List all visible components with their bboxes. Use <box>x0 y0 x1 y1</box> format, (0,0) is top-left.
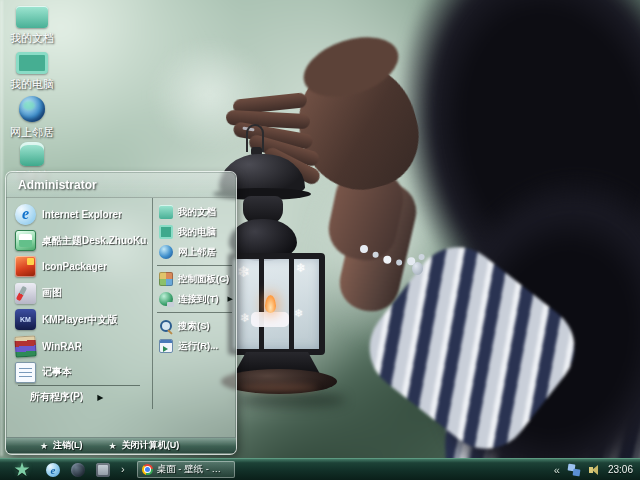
taskbar: ★ e › 桌面 - 壁纸 - 桌酷... « 23:06 <box>0 458 640 480</box>
quick-launch-overflow-chevron[interactable]: › <box>121 464 125 475</box>
menu-item-run[interactable]: 运行(R)... <box>153 336 236 356</box>
tray-collapse-chevron[interactable]: « <box>554 464 560 476</box>
desktop-icon-label: 网上邻居 <box>10 125 54 140</box>
candle-flame <box>265 295 276 313</box>
submenu-arrow-icon: ▶ <box>97 393 103 402</box>
menu-item-iconpackager[interactable]: IconPackager <box>6 254 152 280</box>
bracelet-charm <box>412 262 423 275</box>
snowflake-icon: ❄ <box>240 311 250 325</box>
quick-launch-globe-icon[interactable] <box>71 463 85 477</box>
browser-icon <box>142 464 153 475</box>
start-menu: Administrator e Internet Explorer 桌酷主题De… <box>6 172 236 454</box>
menu-item-search[interactable]: 搜索(S) <box>153 316 236 336</box>
winrar-icon <box>14 335 36 357</box>
star-bullet-icon: ★ <box>40 441 48 451</box>
network-places-icon <box>19 96 45 122</box>
user-name: Administrator <box>18 178 97 192</box>
lantern-cage-bar <box>289 259 294 349</box>
start-menu-footer: ★ 注销(L) ★ 关闭计算机(U) <box>6 437 236 453</box>
lantern-cage-bar <box>259 259 264 349</box>
my-documents-icon <box>16 6 48 28</box>
quick-launch-bar: e › <box>44 463 131 477</box>
all-programs-button[interactable]: 所有程序(P) ▶ <box>6 386 152 409</box>
desktop-icon-label: 我的文档 <box>10 31 54 46</box>
taskbar-clock[interactable]: 23:06 <box>608 464 633 475</box>
zhuoku-theme-icon <box>15 230 36 251</box>
menu-item-network-places[interactable]: 网上邻居 <box>153 242 236 262</box>
submenu-arrow-icon: ▶ <box>228 295 233 303</box>
desktop-icon-network-places[interactable]: 网上邻居 <box>4 96 60 140</box>
shutdown-button[interactable]: ★ 关闭计算机(U) <box>109 439 180 452</box>
start-menu-left-column: e Internet Explorer 桌酷主题Desk.ZhuoKu.Com … <box>6 198 152 409</box>
lantern-base-glow <box>238 384 318 392</box>
kmplayer-icon: KM <box>15 309 36 330</box>
start-menu-header: Administrator <box>6 172 236 198</box>
connect-to-icon <box>159 292 173 306</box>
my-computer-icon <box>16 52 48 74</box>
menu-separator <box>157 312 232 313</box>
taskbar-window-button[interactable]: 桌面 - 壁纸 - 桌酷... <box>137 461 235 478</box>
desktop-screen: ❄ ❄ ❄ ❄ 我的文档 我的电脑 网上邻居 回收站 Administrator <box>0 0 640 480</box>
menu-item-zhuoku-theme[interactable]: 桌酷主题Desk.ZhuoKu.Com <box>6 227 152 253</box>
start-menu-right-column: 我的文档 我的电脑 网上邻居 控制面板(C) 连接到(T) <box>152 198 236 409</box>
lantern-candle <box>251 312 289 327</box>
star-bullet-icon: ★ <box>109 441 117 451</box>
menu-item-kmplayer[interactable]: KM KMPlayer中文版 <box>6 307 152 333</box>
menu-item-connect-to[interactable]: 连接到(T) ▶ <box>153 289 236 309</box>
snowflake-icon: ❄ <box>237 263 250 281</box>
start-button[interactable]: ★ <box>0 459 44 480</box>
iconpackager-icon <box>15 256 36 277</box>
search-icon <box>159 319 173 333</box>
desktop-icon-label: 我的电脑 <box>10 77 54 92</box>
tray-volume-icon[interactable] <box>588 464 600 476</box>
quick-launch-internet-explorer-icon[interactable]: e <box>46 463 60 477</box>
internet-explorer-icon: e <box>15 204 36 225</box>
network-places-icon <box>159 245 173 259</box>
menu-item-my-documents[interactable]: 我的文档 <box>153 202 236 222</box>
menu-separator <box>18 385 140 386</box>
menu-item-my-computer[interactable]: 我的电脑 <box>153 222 236 242</box>
lantern-shadow <box>236 392 346 408</box>
desktop-icon-my-computer[interactable]: 我的电脑 <box>4 52 60 92</box>
snowflake-icon: ❄ <box>296 261 306 275</box>
control-panel-icon <box>159 272 173 286</box>
start-menu-body: e Internet Explorer 桌酷主题Desk.ZhuoKu.Com … <box>6 198 236 409</box>
system-tray: « 23:06 <box>554 464 640 476</box>
wallpaper-edge-light <box>0 0 3 456</box>
menu-item-paint[interactable]: 画图 <box>6 280 152 306</box>
menu-item-notepad[interactable]: 记事本 <box>6 359 152 385</box>
tray-network-icon[interactable] <box>568 464 580 476</box>
desktop-icon-my-documents[interactable]: 我的文档 <box>4 4 60 46</box>
menu-item-control-panel[interactable]: 控制面板(C) <box>153 269 236 289</box>
paint-icon <box>15 283 36 304</box>
snowflake-icon: ❄ <box>294 307 303 320</box>
notepad-icon <box>15 362 36 383</box>
menu-item-winrar[interactable]: WinRAR <box>6 333 152 359</box>
menu-item-internet-explorer[interactable]: e Internet Explorer <box>6 201 152 227</box>
run-icon <box>159 339 173 353</box>
quick-launch-window-icon[interactable] <box>96 463 110 477</box>
menu-separator <box>157 265 232 266</box>
start-star-icon: ★ <box>13 460 30 479</box>
recycle-bin-icon <box>20 142 44 166</box>
my-computer-icon <box>159 225 173 239</box>
my-documents-icon <box>159 205 173 219</box>
lantern-glass-cage: ❄ ❄ ❄ ❄ <box>228 253 325 355</box>
logout-button[interactable]: ★ 注销(L) <box>40 439 83 452</box>
